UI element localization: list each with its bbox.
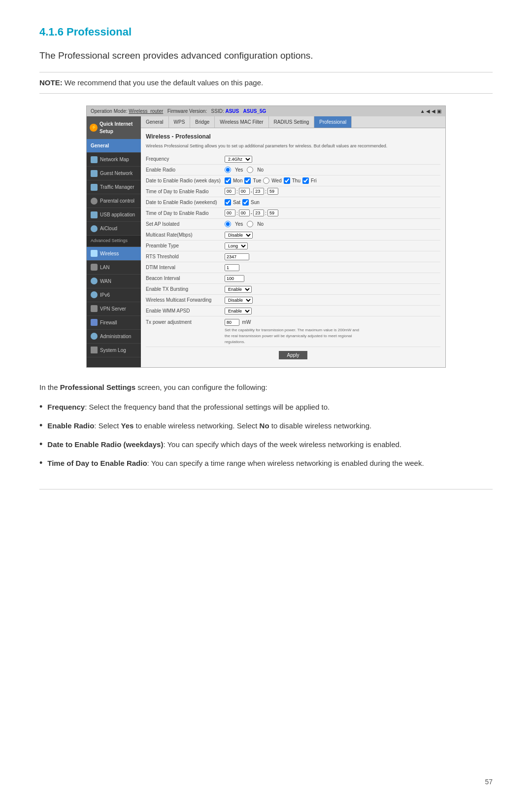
multicast-select[interactable]: Disable [225, 232, 253, 239]
usb-icon [91, 211, 98, 218]
bullet-dot-4: • [39, 458, 42, 467]
value-ap-isolated: Yes No [225, 220, 264, 228]
value-weekdays: Mon Tue Wed Thu Fri [225, 177, 317, 184]
cb-tue[interactable] [244, 177, 251, 184]
sidebar-item-admin[interactable]: Administration [87, 330, 141, 344]
sidebar-item-traffic-manager[interactable]: Traffic Manager [87, 180, 141, 194]
list-item-frequency: • Frequency: Select the frequency band t… [39, 401, 493, 413]
wmm-select[interactable]: Enable [225, 308, 252, 314]
api-yes[interactable] [225, 221, 231, 227]
cb-sun[interactable] [242, 199, 249, 206]
value-multicast-rate[interactable]: Disable [225, 231, 253, 239]
tab-wireless-mac-filter[interactable]: Wireless MAC Filter [215, 116, 268, 128]
sidebar-item-lan[interactable]: LAN [87, 261, 141, 275]
bullet-text-enable-radio: Enable Radio: Select Yes to enable wirel… [47, 420, 493, 432]
rb-wed[interactable] [263, 177, 269, 184]
traffic-icon [91, 184, 98, 191]
sidebar-item-usb[interactable]: USB application [87, 208, 141, 222]
tab-wps[interactable]: WPS [169, 116, 191, 128]
row-wmm: Enable WMM APSD Enable [146, 306, 440, 316]
value-tx-bursting[interactable]: Enable [225, 285, 252, 293]
tx-power-input[interactable] [225, 319, 239, 326]
intro-text: The Professional screen provides advance… [39, 49, 493, 63]
wan-icon [91, 278, 98, 284]
lan-icon [91, 264, 98, 271]
wknd-start-h[interactable] [225, 209, 235, 216]
row-time-weekend: Time of Day to Enable Radio : - : [146, 208, 440, 219]
bullet-text-frequency: Frequency: Select the frequency band tha… [47, 401, 493, 413]
admin-icon [91, 333, 98, 340]
label-time-weekend: Time of Day to Enable Radio [146, 209, 225, 217]
ipv6-icon [91, 291, 98, 298]
wknd-start-m[interactable] [239, 209, 250, 216]
sidebar-item-syslog[interactable]: System Log [87, 344, 141, 357]
label-wmf: Wireless Multicast Forwarding [146, 296, 225, 304]
row-frequency: Frequency 2.4Ghz [146, 154, 440, 165]
cb-sat[interactable] [225, 199, 231, 206]
wknd-end-h[interactable] [253, 209, 264, 216]
label-multicast-rate: Multicast Rate(Mbps) [146, 231, 225, 239]
body-text: In the Professional Settings screen, you… [39, 382, 493, 393]
wknd-end-m[interactable] [267, 209, 278, 216]
tab-general[interactable]: General [141, 116, 169, 128]
api-no[interactable] [247, 221, 253, 227]
cb-thu[interactable] [284, 177, 290, 184]
time-start-h[interactable] [225, 188, 235, 195]
beacon-input[interactable] [225, 275, 244, 282]
sidebar-item-ipv6[interactable]: IPv6 [87, 288, 141, 302]
radio-no[interactable] [247, 167, 253, 173]
note-label: NOTE: [39, 78, 63, 87]
sidebar-header-label: Quick InternetSetup [100, 120, 133, 135]
frequency-select[interactable]: 2.4Ghz [225, 156, 252, 163]
label-dtim: DTIM Interval [146, 264, 225, 271]
time-end-h[interactable] [253, 188, 264, 195]
label-preamble: Preamble Type [146, 242, 225, 249]
tab-bridge[interactable]: Bridge [190, 116, 215, 128]
sidebar-item-wireless[interactable]: Wireless [87, 247, 141, 261]
list-item-enable-radio: • Enable Radio: Select Yes to enable wir… [39, 420, 493, 432]
note-text: We recommend that you use the default va… [65, 78, 263, 87]
value-beacon[interactable] [225, 275, 244, 282]
tab-professional[interactable]: Professional [314, 116, 352, 128]
sidebar-item-network-map[interactable]: Network Map [87, 153, 141, 167]
sidebar-item-general[interactable]: General [87, 139, 141, 153]
row-ap-isolated: Set AP Isolated Yes No [146, 219, 440, 230]
sidebar-item-firewall[interactable]: Firewall [87, 316, 141, 330]
row-dtim: DTIM Interval [146, 262, 440, 273]
sidebar-item-guest-network[interactable]: Guest Network [87, 167, 141, 180]
bullet-dot-2: • [39, 421, 42, 430]
sidebar-item-aicloud[interactable]: AiCloud [87, 222, 141, 236]
cb-mon[interactable] [225, 177, 231, 184]
row-rts: RTS Threshold [146, 251, 440, 262]
list-item-date-weekdays: • Date to Enable Radio (weekdays): You c… [39, 439, 493, 451]
value-dtim[interactable] [225, 264, 239, 271]
preamble-select[interactable]: Long [225, 243, 248, 249]
sidebar-item-vpn[interactable]: VPN Server [87, 302, 141, 316]
value-rts[interactable] [225, 253, 249, 260]
label-frequency: Frequency [146, 155, 225, 163]
content-title: Wireless - Professional [146, 132, 440, 141]
cb-fri[interactable] [302, 177, 309, 184]
operation-mode: Operation Mode: Wireless_router Firmware… [91, 107, 266, 115]
sidebar-item-parental-control[interactable]: Parental control [87, 194, 141, 208]
sidebar-item-wan[interactable]: WAN [87, 275, 141, 288]
advanced-settings-label: Advanced Settings [87, 236, 141, 247]
label-time-week: Time of Day to Enable Radio [146, 188, 225, 195]
value-wmm[interactable]: Enable [225, 307, 252, 314]
tx-bursting-select[interactable]: Enable [225, 286, 252, 293]
row-multicast-rate: Multicast Rate(Mbps) Disable [146, 230, 440, 241]
dtim-input[interactable] [225, 264, 239, 271]
time-end-m[interactable] [267, 188, 278, 195]
firewall-icon [91, 319, 98, 326]
value-preamble[interactable]: Long [225, 242, 248, 249]
radio-yes[interactable] [225, 167, 231, 173]
apply-button[interactable]: Apply [279, 351, 307, 359]
label-weekdays: Date to Enable Radio (week days) [146, 177, 225, 184]
bullet-text-date-weekdays: Date to Enable Radio (weekdays): You can… [47, 439, 493, 451]
value-frequency[interactable]: 2.4Ghz [225, 155, 252, 163]
rts-input[interactable] [225, 253, 249, 260]
wmf-select[interactable]: Disable [225, 297, 253, 304]
value-wmf[interactable]: Disable [225, 296, 253, 304]
tab-radius[interactable]: RADIUS Setting [269, 116, 315, 128]
time-start-m[interactable] [239, 188, 250, 195]
